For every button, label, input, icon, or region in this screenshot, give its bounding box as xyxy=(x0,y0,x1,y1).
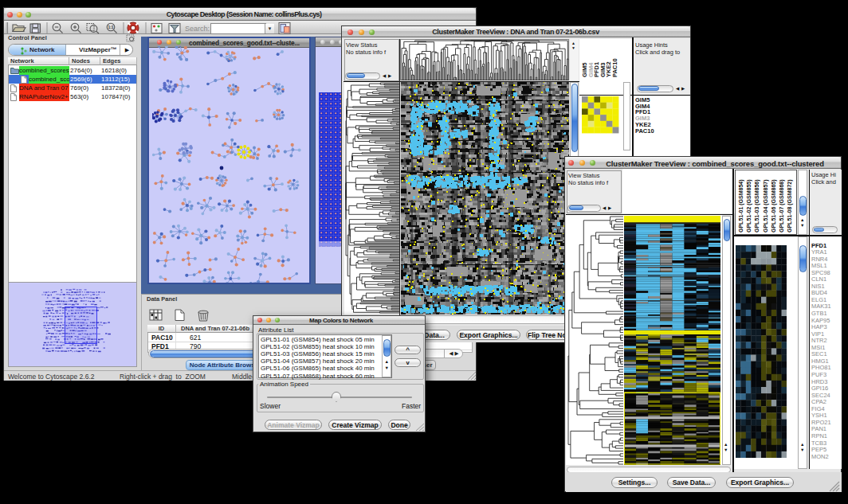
svg-text:1:1: 1:1 xyxy=(108,25,113,29)
svg-text:Search:: Search: xyxy=(185,25,210,33)
